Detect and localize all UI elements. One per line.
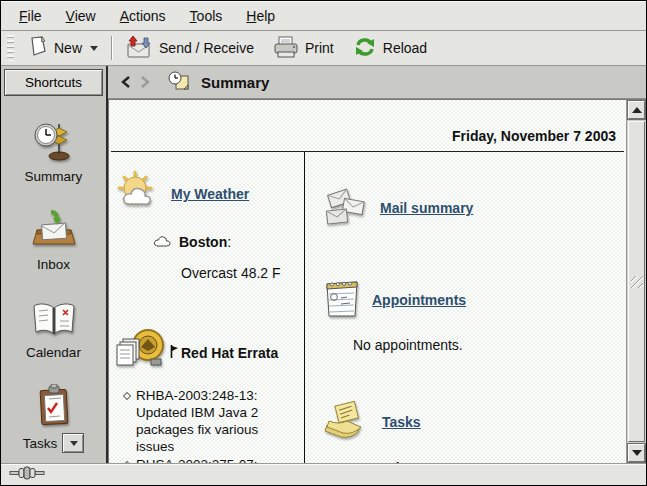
send-receive-button[interactable]: Send / Receive [119,31,260,66]
errata-flag-icon [170,344,178,362]
appointments-link[interactable]: Appointments [372,292,466,308]
sidebar-item-inbox[interactable]: Inbox [1,208,106,272]
reload-button[interactable]: Reload [347,32,433,65]
menu-bar: File View Actions Tools Help [1,1,646,31]
triangle-down-icon [632,450,642,456]
chevron-down-icon [70,441,78,446]
errata-section-header: Red Hat Errata [115,327,298,379]
folder-title-bar: Summary [108,66,646,99]
print-button[interactable]: Print [267,32,340,65]
toolbar: New Send / Receive Print Reload [1,31,646,66]
small-cloud-icon [153,234,172,250]
sun-cloud-icon [115,170,163,218]
summary-notepad-clock-icon [168,70,190,94]
redhat-papers-icon [115,327,169,379]
back-button[interactable] [120,75,131,89]
evolution-window: File View Actions Tools Help New Send / … [0,0,647,486]
summary-view: Summary Friday, November 7 2003 [108,66,646,463]
menu-help[interactable]: Help [234,4,287,28]
sticky-notes-icon [323,399,371,445]
tasks-link[interactable]: Tasks [382,414,421,430]
new-document-icon [29,36,48,60]
vertical-scrollbar[interactable] [626,100,646,463]
page-title: Summary [201,74,269,91]
weather-section-header: My Weather [115,170,298,218]
sidebar-item-tasks[interactable]: Tasks [1,384,106,453]
appointment-pad-icon [323,278,361,322]
appointments-empty-text: No appointments. [353,337,626,353]
send-receive-envelope-icon [125,35,153,62]
summary-columns: My Weather Boston: Overcast 48.2 F [109,152,626,463]
errata-item[interactable]: RHBA-2003:248-13: Updated IBM Java 2 pac… [123,387,298,455]
printer-icon [273,36,299,61]
sidebar-item-label: Inbox [37,257,70,272]
content-row: Friday, November 7 2003 My Weather [108,99,646,463]
sidebar-item-label: Calendar [26,345,81,360]
summary-right-column: Mail summary Appointments No appointment… [305,152,626,463]
appointments-section-header: Appointments [323,278,626,322]
main-body: Shortcuts Summary Inbox Calendar [1,66,646,463]
reload-arrows-icon [353,36,377,61]
menu-view[interactable]: View [54,4,108,28]
my-weather-link[interactable]: My Weather [171,186,249,202]
activity-spool-icon [9,466,45,484]
envelopes-icon [323,186,369,230]
mail-summary-link[interactable]: Mail summary [380,200,473,216]
inbox-tray-icon [31,208,77,250]
menu-file[interactable]: File [7,4,54,28]
forward-button[interactable] [140,75,151,89]
thumb-grip-icon [631,276,643,288]
menu-tools[interactable]: Tools [178,4,235,28]
scroll-down-button[interactable] [628,444,645,462]
weather-condition: Overcast 48.2 F [181,265,298,281]
errata-list: RHBA-2003:248-13: Updated IBM Java 2 pac… [123,387,298,463]
sidebar-item-calendar[interactable]: Calendar [1,296,106,360]
mail-section-header: Mail summary [323,186,626,230]
sidebar-item-label: Tasks [23,436,58,451]
weather-city: Boston [179,234,227,250]
status-bar [1,463,646,485]
toolbar-grip[interactable] [7,35,14,61]
summary-clock-compass-icon [32,120,76,162]
tasks-label-row: Tasks [23,433,85,453]
scroll-up-button[interactable] [628,101,645,119]
tasks-section-header: Tasks [323,399,626,445]
menu-actions[interactable]: Actions [108,4,178,28]
summary-content: Friday, November 7 2003 My Weather [108,100,626,463]
sidebar-item-label: Summary [25,169,83,184]
shortcut-group-combo-button[interactable] [62,433,84,453]
sidebar-item-summary[interactable]: Summary [1,120,106,184]
errata-item[interactable]: RHSA-2003:275-07: Updated CUPS packages … [123,456,298,463]
triangle-up-icon [632,107,642,113]
dropdown-chevron-icon [90,46,98,51]
shortcut-bar: Shortcuts Summary Inbox Calendar [1,66,108,463]
toolbar-separator [111,36,112,60]
new-button[interactable]: New [23,32,104,64]
scrollbar-thumb[interactable] [628,121,645,442]
errata-title: Red Hat Errata [181,345,278,361]
tasks-clipboard-icon [36,384,72,426]
date-header: Friday, November 7 2003 [109,100,626,151]
calendar-book-icon [30,296,78,338]
summary-left-column: My Weather Boston: Overcast 48.2 F [109,152,305,463]
weather-city-row: Boston: [153,234,298,250]
shortcuts-button[interactable]: Shortcuts [4,69,103,96]
